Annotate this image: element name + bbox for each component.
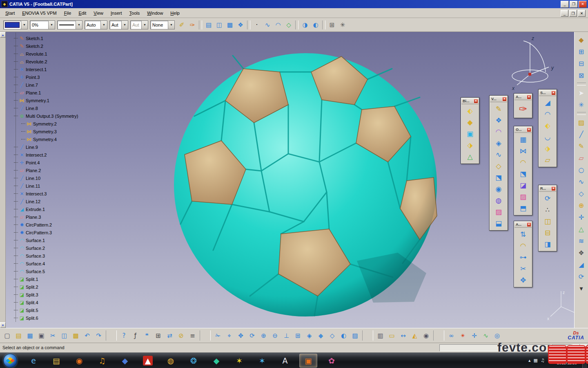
tree-item-label[interactable]: Sketch.2 [25,44,44,49]
tree-item[interactable]: ✕ Intersect.2 [14,151,79,159]
extrude-surface-icon[interactable]: ◠ [493,126,504,137]
scroll-down-button[interactable]: ▼ [0,322,6,328]
exit-workbench-icon[interactable]: ✑ [516,101,530,117]
fill-icon[interactable]: ◉ [493,183,504,195]
bisurface-5-icon[interactable]: △ [464,151,476,162]
line-weight-combo[interactable]: Auto ▼ [85,20,107,29]
catia-app-icon[interactable]: ◆ [1,1,8,7]
tree-item-label[interactable]: Revolute.2 [25,59,48,64]
measure-icon[interactable]: ↔ [398,330,408,341]
qq-taskbar-button[interactable]: ❂ [185,354,202,367]
transparency-combo[interactable]: 0% ▼ [30,20,55,29]
axis-system-icon[interactable]: ✛ [469,330,479,341]
close-icon[interactable]: ✕ [527,222,531,227]
catalog-browser-icon[interactable]: ❖ [576,247,587,258]
internet-explorer-taskbar-button[interactable]: e [25,354,42,367]
undo-icon[interactable]: ↶ [82,330,92,341]
tree-item[interactable]: ◪ Split.6 [14,314,79,322]
tree-item[interactable]: ✛ Point.4 [14,159,79,166]
surface-plane-icon[interactable]: ▱ [542,154,553,166]
analysis-icon[interactable]: ≋ [576,236,587,246]
tree-item[interactable]: ◪ Split.4 [14,298,79,306]
toolbar-icon[interactable] [200,330,211,341]
floating-toolbar-surfaces[interactable]: V... ✕ ✎❖◠◈∿◇⬔◉◍▨⬓ [489,95,508,231]
swap-visible-icon[interactable]: ⇄ [165,330,175,341]
tree-item[interactable]: ◪ Split.1 [14,275,79,283]
sketch-tool-icon[interactable]: ✎ [576,141,587,151]
tree-item[interactable]: ╱ Line.7 [14,81,79,89]
adobe-reader-taskbar-button[interactable]: ▲ [139,354,156,367]
tree-item-label[interactable]: Surface.2 [25,246,46,251]
tree-item[interactable]: ⌓ Revolute.2 [14,58,79,65]
ruler-icon[interactable]: ▭ [387,330,397,341]
text-app-taskbar-button[interactable]: A [276,354,294,367]
fill-color-combo[interactable]: ▼ [3,20,28,29]
more-icon[interactable]: ▾ [576,283,587,294]
redo-icon[interactable]: ↷ [94,330,104,341]
loft-icon[interactable]: ⬓ [493,218,504,229]
rect-pattern-icon[interactable]: ◫ [542,215,553,227]
tree-item[interactable]: ◪ Split.2 [14,283,79,291]
hex-app-yellow-taskbar-button[interactable]: ✶ [231,354,248,367]
chevron-down-icon[interactable]: ▼ [141,21,148,29]
formula-icon[interactable]: ƒ [130,330,140,341]
pan-icon[interactable]: ✥ [236,330,246,341]
chevron-down-icon[interactable]: ▼ [76,21,82,29]
toolbar-icon[interactable] [577,83,586,85]
wireframe-view-icon[interactable]: ◇ [327,330,337,341]
tree-item-label[interactable]: Split.4 [25,300,39,305]
toolbar-icon[interactable] [295,20,298,29]
floating-toolbar-replication[interactable]: R... ✕ ⟳∴◫⊟◨ [538,185,557,251]
chevron-down-icon[interactable]: ▼ [168,21,174,29]
tree-item[interactable]: ✎ Sketch.2 [14,42,79,50]
tree-item[interactable]: ◠ Surface.2 [14,244,79,252]
menu-item[interactable]: Window [143,9,167,17]
tree-item-label[interactable]: Line.11 [25,184,41,188]
sweep-icon[interactable]: ⬔ [493,172,504,183]
surface-arc-icon[interactable]: ◠ [542,108,553,120]
tree-item-label[interactable]: Split.6 [25,316,39,321]
floating-toolbar-transformations[interactable]: A... ✕ ⇅◠⊶✂✥ [514,221,532,287]
multi-view-icon[interactable]: ⊞ [293,330,303,341]
link-manager-icon[interactable]: ∞ [446,330,457,341]
tree-item[interactable]: ╱ Line.8 [14,104,79,112]
axis-tool-icon[interactable]: ✛ [576,212,587,222]
scroll-up-button[interactable]: ▲ [0,32,6,38]
tree-item-label[interactable]: Line.10 [25,176,41,181]
compass-origin[interactable] [528,73,531,76]
gear-icon[interactable]: ✳ [338,20,347,30]
help-icon[interactable]: ? [119,330,129,341]
datum-list-icon[interactable]: ≡ [187,330,198,341]
menu-item[interactable]: Edit [75,9,90,17]
user-pattern-icon[interactable]: ◨ [542,238,553,250]
mdi-close-button[interactable]: ✕ [578,10,586,17]
toolbar-icon[interactable] [362,330,373,341]
tree-item[interactable]: ▱ Plane.1 [14,89,79,96]
design-table-icon[interactable]: ⊞ [153,330,163,341]
tree-item-label[interactable]: Line.12 [25,199,41,204]
floating-toolbar-operations[interactable]: O... ✕ ▦⋈◠⬔◪▨⬒ [514,126,532,215]
points-icon[interactable]: ❖ [493,114,504,126]
plane-tool-icon[interactable]: ▱ [576,153,587,163]
circle-tool-icon[interactable]: ○ [576,164,587,175]
tree-item[interactable]: ✺ CircPattern.2 [14,221,79,229]
curve-analysis-icon[interactable]: ∿ [481,330,491,341]
world-icon[interactable]: ◎ [492,330,502,341]
tree-item-label[interactable]: Symmetry.3 [32,129,58,134]
open-icon[interactable]: ▤ [13,330,24,341]
close-button[interactable]: ✕ [579,1,587,8]
tree-item[interactable]: ◠ Surface.4 [14,260,79,267]
toolbar-icon[interactable] [106,330,117,341]
tree-item-label[interactable]: Symmetry.2 [32,121,58,126]
copy-icon[interactable]: ◫ [59,330,69,341]
snap-icon[interactable]: ✳ [576,99,587,110]
toolbar-icon[interactable] [433,330,444,341]
media-player-taskbar-button[interactable]: ◉ [71,354,88,367]
close-icon[interactable]: ✕ [551,186,556,191]
instantiate-icon[interactable]: ❖ [236,20,245,30]
zoom-out-icon[interactable]: ⊖ [270,330,280,341]
bisurface-1-icon[interactable]: ⬖ [464,105,476,117]
tree-item-label[interactable]: CircPattern.3 [25,230,53,235]
tree-item[interactable]: ✛ Point.3 [14,73,79,81]
toolbar-icon[interactable] [247,20,250,29]
